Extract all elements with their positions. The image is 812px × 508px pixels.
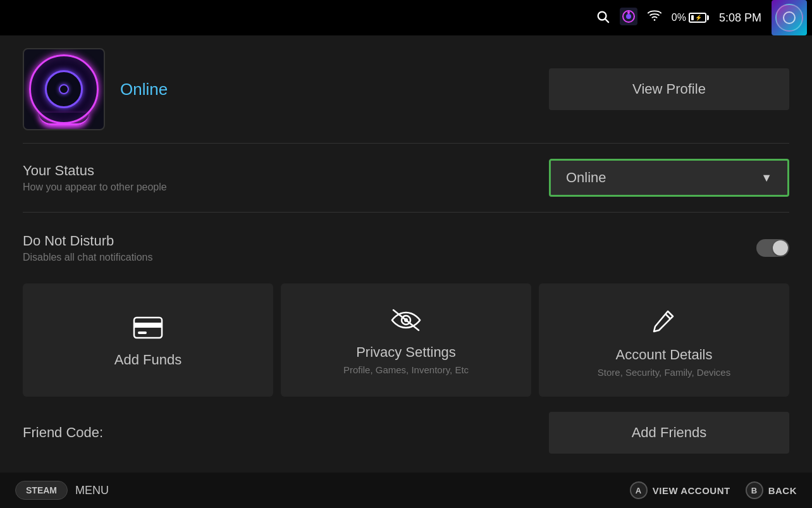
eye-slash-icon [390, 309, 422, 334]
toggle-thumb [773, 240, 788, 256]
dnd-label-group: Do Not Disturb Disables all chat notific… [23, 233, 152, 263]
bottom-left: STEAM MENU [15, 481, 109, 500]
profile-avatar[interactable] [23, 48, 105, 130]
avatar-inner-circle [45, 70, 83, 108]
cards-section: Add Funds Privacy Settings Profile, Game… [23, 283, 789, 397]
battery-percent: 0% [672, 12, 686, 23]
avatar-dot [59, 84, 69, 94]
dnd-label: Do Not Disturb [23, 233, 152, 249]
profile-left: Online [23, 48, 168, 130]
svg-line-13 [665, 314, 670, 319]
menu-label[interactable]: MENU [75, 484, 109, 497]
app-icon[interactable] [620, 8, 637, 28]
profile-status: Online [120, 80, 168, 99]
privacy-settings-title: Privacy Settings [356, 344, 456, 361]
dnd-section: Do Not Disturb Disables all chat notific… [23, 223, 789, 268]
friend-code-label: Friend Code: [23, 424, 103, 441]
a-button-circle: A [630, 481, 648, 499]
clock: 5:08 PM [719, 11, 761, 25]
privacy-settings-sub: Profile, Games, Inventory, Etc [343, 364, 469, 375]
back-button[interactable]: B BACK [746, 481, 797, 499]
system-bar: 0% ⚡ 5:08 PM [0, 0, 812, 35]
your-status-label: Your Status [23, 163, 167, 179]
search-icon[interactable] [596, 9, 610, 27]
credit-card-icon [133, 316, 163, 342]
dnd-description: Disables all chat notifications [23, 252, 152, 263]
svg-point-5 [627, 11, 630, 14]
battery-indicator: 0% ⚡ [672, 12, 709, 23]
main-content: Online View Profile Your Status How you … [0, 35, 812, 466]
steam-button[interactable]: STEAM [15, 481, 68, 500]
svg-rect-9 [138, 331, 147, 334]
view-account-button[interactable]: A VIEW ACCOUNT [630, 481, 730, 499]
add-funds-title: Add Funds [114, 352, 181, 368]
friend-code-section: Friend Code: Add Friends [23, 412, 789, 454]
divider-1 [23, 212, 789, 213]
back-label: BACK [768, 485, 797, 496]
add-friends-button[interactable]: Add Friends [549, 412, 789, 454]
bottom-bar: STEAM MENU A VIEW ACCOUNT B BACK [0, 473, 812, 508]
privacy-settings-card[interactable]: Privacy Settings Profile, Games, Invento… [281, 283, 531, 397]
add-funds-card[interactable]: Add Funds [23, 283, 273, 397]
svg-line-1 [605, 19, 608, 22]
account-details-sub: Store, Security, Family, Devices [598, 367, 730, 378]
bottom-right: A VIEW ACCOUNT B BACK [630, 481, 797, 499]
b-button-circle: B [746, 481, 763, 499]
status-dropdown[interactable]: Online ▼ [549, 159, 789, 197]
view-profile-button[interactable]: View Profile [549, 68, 789, 110]
view-account-label: VIEW ACCOUNT [653, 485, 730, 496]
corner-avatar[interactable] [772, 0, 807, 35]
chevron-down-icon: ▼ [761, 171, 772, 185]
your-status-section: Your Status How you appear to other peop… [23, 144, 789, 202]
profile-section: Online View Profile [23, 48, 789, 144]
system-icons: 0% ⚡ 5:08 PM [0, 0, 812, 35]
svg-rect-8 [134, 323, 162, 328]
dnd-toggle[interactable] [756, 239, 789, 257]
svg-point-4 [626, 14, 631, 19]
status-description: How you appear to other people [23, 182, 167, 193]
status-label-group: Your Status How you appear to other peop… [23, 163, 167, 193]
account-details-card[interactable]: Account Details Store, Security, Family,… [539, 283, 789, 397]
status-dropdown-value: Online [566, 170, 606, 186]
signal-icon [648, 9, 661, 27]
account-details-title: Account Details [616, 347, 713, 363]
pencil-icon [650, 306, 678, 337]
svg-point-6 [653, 19, 655, 21]
